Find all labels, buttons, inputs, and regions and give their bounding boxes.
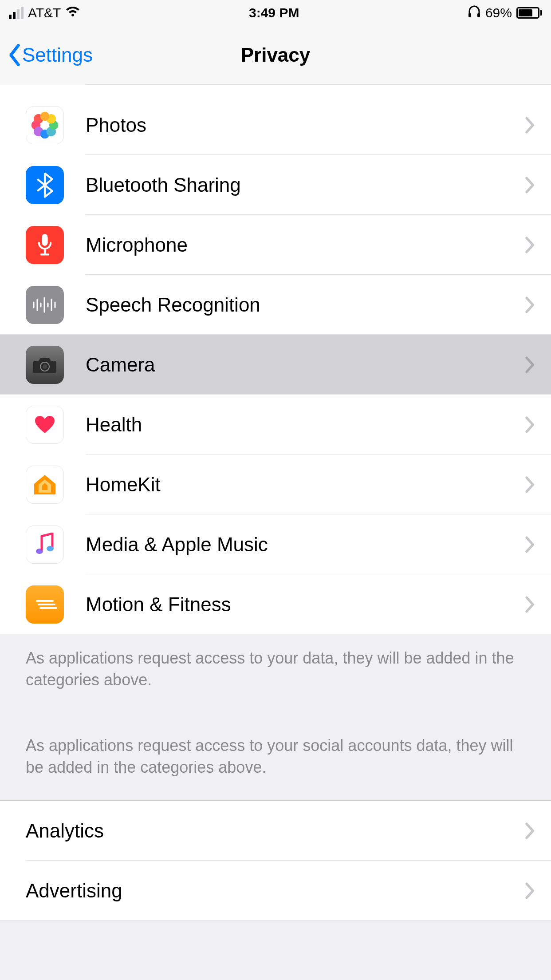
- chevron-right-icon: [525, 177, 535, 194]
- camera-icon: [26, 346, 64, 384]
- row-microphone[interactable]: Microphone: [0, 215, 551, 275]
- photos-icon: [26, 106, 64, 144]
- partial-prev-row: [0, 84, 551, 95]
- row-homekit[interactable]: HomeKit: [0, 454, 551, 514]
- svg-point-11: [43, 364, 47, 369]
- svg-rect-1: [477, 13, 480, 17]
- chevron-right-icon: [525, 882, 535, 899]
- microphone-icon: [26, 226, 64, 264]
- home-icon: [26, 466, 64, 504]
- music-note-icon: [26, 526, 64, 564]
- row-motion-fitness[interactable]: Motion & Fitness: [0, 574, 551, 634]
- row-label: Advertising: [26, 880, 525, 902]
- waveform-icon: [26, 286, 64, 324]
- clock: 3:49 PM: [249, 5, 299, 20]
- bluetooth-icon: [26, 166, 64, 204]
- row-label: Camera: [86, 354, 525, 376]
- settings-list: Photos Bluetooth Sharing Microphone Spee…: [0, 84, 551, 634]
- row-bluetooth-sharing[interactable]: Bluetooth Sharing: [0, 155, 551, 215]
- nav-bar: Settings Privacy: [0, 26, 551, 84]
- status-bar: AT&T 3:49 PM 69%: [0, 0, 551, 26]
- footer-social-access: As applications request access to your s…: [0, 735, 551, 800]
- row-photos[interactable]: Photos: [0, 95, 551, 155]
- battery-percent: 69%: [485, 5, 512, 20]
- chevron-right-icon: [525, 416, 535, 433]
- row-speech-recognition[interactable]: Speech Recognition: [0, 275, 551, 335]
- row-label: Health: [86, 414, 525, 436]
- row-advertising[interactable]: Advertising: [0, 861, 551, 921]
- chevron-right-icon: [525, 237, 535, 253]
- chevron-right-icon: [525, 117, 535, 134]
- row-label: Bluetooth Sharing: [86, 174, 525, 196]
- row-label: Media & Apple Music: [86, 533, 525, 556]
- row-label: HomeKit: [86, 474, 525, 496]
- footer-data-access: As applications request access to your d…: [0, 634, 551, 704]
- row-analytics[interactable]: Analytics: [0, 801, 551, 861]
- row-label: Motion & Fitness: [86, 593, 525, 616]
- chevron-right-icon: [525, 296, 535, 313]
- row-media-apple-music[interactable]: Media & Apple Music: [0, 514, 551, 574]
- status-left: AT&T: [9, 5, 80, 20]
- carrier-label: AT&T: [28, 5, 61, 20]
- motion-icon: [26, 585, 64, 624]
- back-button[interactable]: Settings: [8, 44, 93, 66]
- row-label: Photos: [86, 114, 525, 136]
- svg-rect-2: [42, 234, 47, 245]
- cellular-signal-icon: [9, 7, 24, 19]
- status-right: 69%: [468, 5, 542, 21]
- battery-icon: [516, 7, 542, 19]
- chevron-right-icon: [525, 596, 535, 613]
- row-health[interactable]: Health: [0, 395, 551, 454]
- back-label: Settings: [22, 44, 93, 66]
- wifi-icon: [65, 5, 80, 20]
- heart-icon: [26, 406, 64, 444]
- headphones-icon: [468, 5, 481, 21]
- row-camera[interactable]: Camera: [0, 335, 551, 395]
- svg-rect-0: [468, 13, 471, 17]
- row-label: Speech Recognition: [86, 294, 525, 316]
- svg-point-13: [47, 546, 54, 551]
- row-label: Microphone: [86, 234, 525, 256]
- chevron-right-icon: [525, 822, 535, 839]
- chevron-right-icon: [525, 356, 535, 373]
- chevron-right-icon: [525, 536, 535, 553]
- row-label: Analytics: [26, 820, 525, 842]
- chevron-right-icon: [525, 476, 535, 493]
- chevron-left-icon: [8, 44, 21, 66]
- settings-list-2: Analytics Advertising: [0, 800, 551, 921]
